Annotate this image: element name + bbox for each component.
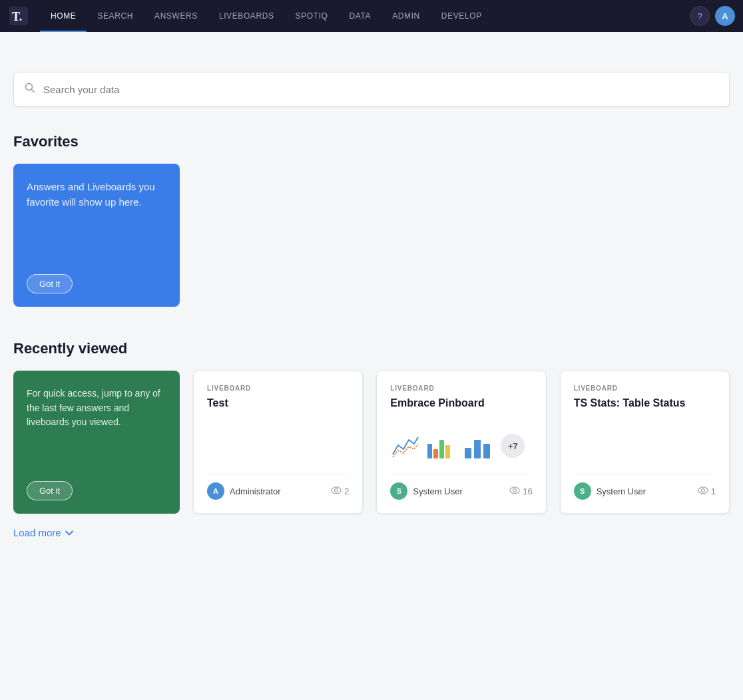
- svg-point-5: [335, 489, 338, 492]
- svg-rect-9: [445, 445, 450, 458]
- svg-point-15: [698, 487, 708, 494]
- nav-item-answers[interactable]: ANSWERS: [144, 0, 208, 32]
- lb-footer-3: S System User 1: [574, 474, 716, 500]
- nav-item-admin[interactable]: ADMIN: [381, 0, 431, 32]
- load-more-button[interactable]: Load more: [13, 527, 730, 538]
- svg-rect-6: [427, 444, 432, 458]
- svg-rect-12: [483, 444, 490, 458]
- svg-rect-7: [433, 449, 438, 458]
- lb-views-2: 16: [509, 486, 532, 496]
- chevron-down-icon: [65, 528, 73, 538]
- lb-preview-2: +7: [390, 426, 532, 466]
- load-more-label: Load more: [13, 527, 61, 538]
- svg-rect-10: [465, 448, 471, 458]
- svg-point-4: [332, 487, 341, 494]
- nav-logo[interactable]: T.: [8, 5, 29, 27]
- nav-item-home[interactable]: HOME: [40, 0, 87, 32]
- svg-rect-11: [474, 440, 481, 458]
- lb-preview-3: [574, 426, 716, 466]
- lb-footer-1: A Administrator 2: [207, 474, 349, 500]
- recently-viewed-grid: For quick access, jump to any of the las…: [13, 371, 730, 514]
- lb-name-2: Embrace Pinboard: [390, 397, 532, 409]
- nav-item-liveboards[interactable]: LIVEBOARDS: [208, 0, 285, 32]
- svg-line-3: [32, 90, 35, 92]
- eye-icon-1: [331, 486, 342, 496]
- lb-author-1: A Administrator: [207, 482, 281, 500]
- lb-footer-2: S System User 16: [390, 474, 532, 500]
- lb-type-3: LIVEBOARD: [574, 385, 716, 392]
- grouped-bar-chart-icon: [426, 431, 457, 461]
- favorites-promo-text: Answers and Liveboards you favorite will…: [27, 180, 166, 210]
- lb-views-3: 1: [698, 486, 716, 496]
- user-avatar[interactable]: A: [715, 6, 735, 26]
- eye-icon-3: [698, 486, 708, 496]
- views-count-2: 16: [523, 486, 532, 496]
- lb-card-ts-stats[interactable]: LIVEBOARD TS Stats: Table Status S Syste…: [560, 371, 730, 514]
- author-avatar-1: A: [207, 482, 224, 500]
- logo-icon: T.: [8, 5, 29, 27]
- views-count-1: 2: [344, 486, 349, 496]
- search-bar[interactable]: [13, 72, 730, 106]
- nav-item-data[interactable]: DATA: [339, 0, 382, 32]
- lb-name-1: Test: [207, 397, 349, 409]
- lb-author-3: S System User: [574, 482, 646, 500]
- author-name-2: System User: [413, 486, 462, 496]
- author-name-3: System User: [597, 486, 646, 496]
- lb-card-embrace[interactable]: LIVEBOARD Embrace Pinboard: [376, 371, 546, 514]
- svg-text:T.: T.: [12, 10, 22, 23]
- liveboard-cards: LIVEBOARD Test A Administrator: [193, 371, 730, 514]
- author-avatar-2: S: [390, 482, 407, 500]
- author-name-1: Administrator: [230, 486, 281, 496]
- rv-got-it-button[interactable]: Got it: [27, 481, 73, 500]
- lb-preview-1: [207, 426, 349, 466]
- nav-item-develop[interactable]: DEVELOP: [431, 0, 493, 32]
- favorites-got-it-button[interactable]: Got it: [27, 274, 73, 293]
- nav-items: HOME SEARCH ANSWERS LIVEBOARDS SPOTIQ DA…: [40, 0, 690, 32]
- search-icon: [25, 83, 35, 96]
- svg-point-14: [513, 489, 517, 492]
- lb-name-3: TS Stats: Table Status: [574, 397, 716, 409]
- lb-card-test[interactable]: LIVEBOARD Test A Administrator: [193, 371, 363, 514]
- svg-point-13: [510, 487, 519, 494]
- lb-type-1: LIVEBOARD: [207, 385, 349, 392]
- bar-chart-icon: [462, 431, 493, 461]
- line-chart-icon: [390, 431, 421, 461]
- nav-item-spotiq[interactable]: SPOTIQ: [285, 0, 339, 32]
- lb-type-2: LIVEBOARD: [390, 385, 532, 392]
- eye-icon-2: [509, 486, 520, 496]
- lb-author-2: S System User: [390, 482, 462, 500]
- views-count-3: 1: [711, 486, 716, 496]
- nav-item-search[interactable]: SEARCH: [87, 0, 144, 32]
- chart-plus-badge: +7: [501, 434, 525, 458]
- recently-viewed-intro-card: For quick access, jump to any of the las…: [13, 371, 180, 514]
- nav-right: ? A: [690, 6, 735, 26]
- favorites-section: Favorites Answers and Liveboards you fav…: [13, 133, 730, 307]
- main-content: Favorites Answers and Liveboards you fav…: [0, 32, 743, 598]
- svg-point-16: [701, 489, 704, 492]
- svg-rect-8: [439, 440, 444, 458]
- favorites-title: Favorites: [13, 133, 730, 150]
- help-button[interactable]: ?: [690, 6, 710, 26]
- navbar: T. HOME SEARCH ANSWERS LIVEBOARDS SPOTIQ…: [0, 0, 743, 32]
- lb-views-1: 2: [331, 486, 349, 496]
- rv-intro-text: For quick access, jump to any of the las…: [27, 387, 166, 430]
- recently-viewed-section: Recently viewed For quick access, jump t…: [13, 340, 730, 538]
- favorites-promo-card: Answers and Liveboards you favorite will…: [13, 164, 180, 307]
- search-input[interactable]: [43, 84, 718, 95]
- recently-viewed-title: Recently viewed: [13, 340, 730, 357]
- author-avatar-3: S: [574, 482, 591, 500]
